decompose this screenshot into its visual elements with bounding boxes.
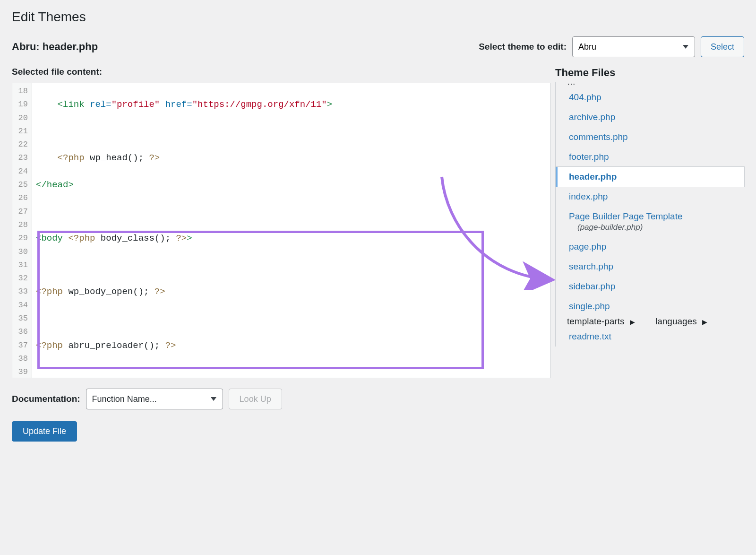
documentation-label: Documentation: [12, 394, 80, 404]
code-editor[interactable]: 1819202122232425262728293031323334353637… [12, 83, 550, 378]
list-truncated-indicator: … [556, 82, 744, 87]
code-body[interactable]: <link rel="profile" href="https://gmpg.o… [32, 83, 550, 378]
file-item-header[interactable]: header.php [556, 167, 744, 187]
line-gutter: 1819202122232425262728293031323334353637… [12, 83, 32, 378]
file-item-footer[interactable]: footer.php [556, 147, 744, 167]
file-item-search[interactable]: search.php [556, 257, 744, 277]
folder-item-template-parts[interactable]: template-parts ▶ [556, 312, 644, 331]
file-item-label: Page Builder Page Template [569, 211, 682, 221]
folder-label: languages [655, 316, 697, 326]
theme-files-list: … 404.php archive.php comments.php foote… [555, 82, 744, 347]
chevron-right-icon: ▶ [702, 318, 707, 326]
theme-select-label: Select theme to edit: [479, 42, 567, 52]
select-button[interactable]: Select [701, 36, 744, 57]
selected-file-label: Selected file content: [12, 67, 550, 77]
chevron-right-icon: ▶ [630, 318, 635, 326]
file-item-404[interactable]: 404.php [556, 87, 744, 107]
file-item-page[interactable]: page.php [556, 237, 744, 257]
theme-files-heading: Theme Files [555, 67, 744, 79]
file-item-page-builder[interactable]: Page Builder Page Template (page-builder… [556, 207, 744, 237]
documentation-select[interactable]: Function Name... [86, 389, 223, 409]
file-item-sublabel: (page-builder.php) [569, 223, 738, 232]
file-item-sidebar[interactable]: sidebar.php [556, 277, 744, 296]
update-file-button[interactable]: Update File [12, 421, 77, 442]
folder-label: template-parts [567, 316, 624, 326]
theme-select[interactable]: Abru [572, 36, 695, 57]
file-heading: Abru: header.php [12, 41, 98, 53]
folder-item-languages[interactable]: languages ▶ [644, 312, 714, 331]
file-item-index[interactable]: index.php [556, 187, 744, 207]
page-title: Edit Themes [12, 9, 744, 25]
file-item-comments[interactable]: comments.php [556, 127, 744, 147]
file-item-archive[interactable]: archive.php [556, 107, 744, 127]
lookup-button[interactable]: Look Up [229, 389, 282, 409]
